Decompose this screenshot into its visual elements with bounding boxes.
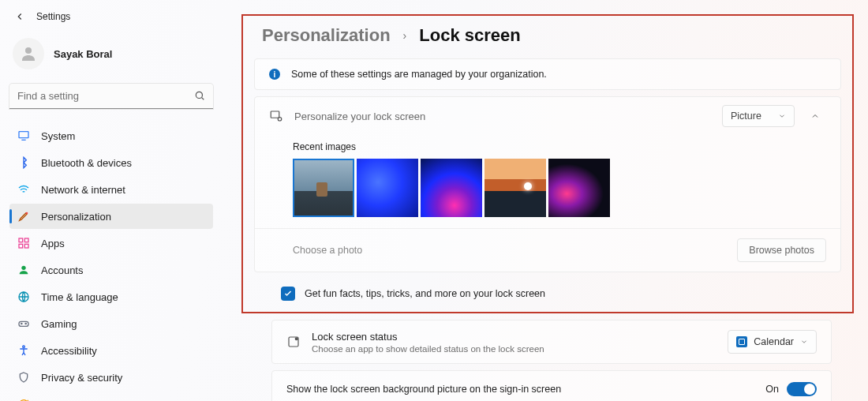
choose-photo-label: Choose a photo: [293, 245, 737, 256]
status-app-dropdown[interactable]: Calendar: [728, 330, 817, 354]
gaming-icon: [17, 317, 30, 330]
personalize-title: Personalize your lock screen: [294, 111, 722, 122]
dropdown-value: Picture: [731, 111, 761, 122]
nav-label: Bluetooth & devices: [41, 157, 132, 169]
personalize-card: Personalize your lock screen Picture Rec…: [254, 96, 841, 272]
back-button[interactable]: [14, 11, 25, 22]
svg-rect-3: [19, 132, 28, 138]
main-content: Personalization › Lock screen i Some of …: [223, 0, 868, 401]
toggle-state-text: On: [765, 384, 779, 395]
svg-point-0: [25, 47, 32, 54]
recent-image-4[interactable]: [485, 159, 546, 217]
svg-point-14: [25, 323, 26, 324]
nav-label: Accounts: [41, 264, 83, 276]
breadcrumb: Personalization › Lock screen: [243, 25, 852, 46]
account-icon: [17, 264, 30, 276]
signin-picture-label: Show the lock screen background picture …: [286, 384, 561, 395]
status-subtitle: Choose an app to show detailed status on…: [312, 344, 728, 354]
update-icon: [17, 398, 30, 401]
sidebar-item-time-language[interactable]: Time & language: [9, 284, 213, 309]
svg-point-5: [26, 212, 28, 215]
svg-line-2: [202, 98, 204, 100]
sidebar-item-accessibility[interactable]: Accessibility: [9, 338, 213, 363]
org-notice-text: Some of these settings are managed by yo…: [291, 69, 547, 80]
svg-point-1: [196, 92, 202, 98]
sidebar-item-network[interactable]: Network & internet: [9, 177, 213, 202]
nav-label: Accessibility: [41, 345, 97, 357]
sidebar-item-bluetooth[interactable]: Bluetooth & devices: [9, 150, 213, 175]
avatar: [13, 38, 44, 69]
system-icon: [17, 129, 30, 142]
svg-rect-9: [24, 244, 28, 248]
page-title: Lock screen: [419, 25, 520, 46]
sidebar-item-personalization[interactable]: Personalization: [9, 204, 213, 229]
svg-rect-12: [19, 321, 28, 326]
status-icon: [286, 335, 301, 349]
recent-image-1[interactable]: [293, 159, 354, 217]
status-title: Lock screen status: [312, 331, 728, 343]
nav-label: Time & language: [41, 291, 118, 303]
lock-screen-icon: [269, 109, 283, 123]
user-name: Sayak Boral: [54, 48, 112, 60]
highlighted-region: Personalization › Lock screen i Some of …: [241, 14, 854, 313]
recent-images-label: Recent images: [293, 141, 826, 152]
fun-facts-row[interactable]: Get fun facts, tips, tricks, and more on…: [243, 279, 852, 312]
recent-images-row: [293, 159, 826, 217]
fun-facts-checkbox[interactable]: [281, 287, 295, 301]
accessibility-icon: [17, 344, 30, 357]
svg-point-19: [295, 338, 297, 340]
nav-label: Network & internet: [41, 184, 125, 196]
nav-label: Gaming: [41, 318, 77, 330]
org-notice-card: i Some of these settings are managed by …: [254, 58, 841, 90]
svg-rect-7: [24, 238, 28, 242]
sidebar-item-accounts[interactable]: Accounts: [9, 257, 213, 283]
nav-label: Personalization: [41, 211, 111, 223]
brush-icon: [17, 210, 30, 223]
sidebar: Settings Sayak Boral System Bluetooth & …: [0, 0, 223, 401]
nav-label: Windows Update: [41, 399, 118, 402]
collapse-button[interactable]: [804, 105, 826, 127]
sidebar-item-windows-update[interactable]: Windows Update: [9, 392, 213, 401]
nav-label: System: [41, 130, 75, 142]
user-profile[interactable]: Sayak Boral: [9, 28, 213, 84]
recent-image-5[interactable]: [548, 159, 610, 217]
signin-picture-toggle[interactable]: [787, 382, 817, 396]
globe-icon: [17, 290, 30, 303]
chevron-down-icon: [800, 338, 808, 346]
nav-label: Apps: [41, 238, 65, 249]
sidebar-item-gaming[interactable]: Gaming: [9, 311, 213, 336]
svg-rect-16: [271, 111, 279, 118]
lock-status-card: Lock screen status Choose an app to show…: [271, 320, 832, 364]
app-title: Settings: [36, 11, 70, 22]
wifi-icon: [17, 183, 30, 196]
signin-picture-card: Show the lock screen background picture …: [271, 370, 832, 401]
svg-point-15: [23, 346, 25, 348]
recent-image-3[interactable]: [421, 159, 482, 217]
sidebar-item-system[interactable]: System: [9, 123, 213, 148]
sidebar-item-apps[interactable]: Apps: [9, 230, 213, 256]
background-type-dropdown[interactable]: Picture: [722, 105, 795, 127]
info-icon: i: [269, 69, 280, 80]
calendar-icon: [736, 336, 747, 347]
chevron-right-icon: ›: [403, 29, 407, 42]
chevron-down-icon: [778, 112, 786, 120]
recent-image-2[interactable]: [357, 159, 418, 217]
svg-rect-8: [19, 244, 23, 248]
svg-point-13: [21, 323, 22, 324]
apps-icon: [17, 237, 30, 249]
breadcrumb-parent[interactable]: Personalization: [262, 25, 391, 46]
fun-facts-label: Get fun facts, tips, tricks, and more on…: [305, 288, 545, 299]
browse-photos-button[interactable]: Browse photos: [737, 238, 826, 262]
nav-list: System Bluetooth & devices Network & int…: [9, 123, 213, 401]
svg-point-10: [21, 266, 25, 270]
search-input[interactable]: [9, 84, 213, 109]
sidebar-item-privacy[interactable]: Privacy & security: [9, 365, 213, 390]
bluetooth-icon: [17, 156, 30, 169]
nav-label: Privacy & security: [41, 372, 122, 384]
search-icon: [194, 90, 205, 104]
status-app-value: Calendar: [754, 336, 794, 347]
svg-rect-6: [19, 238, 23, 242]
shield-icon: [17, 371, 30, 384]
